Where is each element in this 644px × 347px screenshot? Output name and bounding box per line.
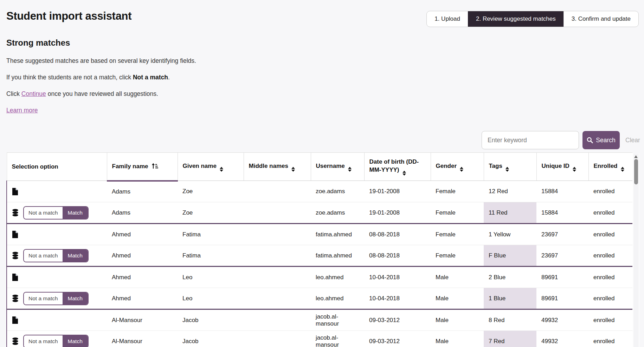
match-button[interactable]: Match: [63, 335, 88, 347]
cell-gender: Male: [431, 267, 484, 288]
cell-tags: 2 Blue: [484, 267, 536, 288]
match-pair: AhmedFatimafatima.ahmed08-08-2018Female1…: [7, 224, 632, 267]
cell-given: Jacob: [178, 331, 244, 347]
search-button-label: Search: [596, 137, 615, 144]
cell-middle: [244, 202, 311, 224]
col-header-given-name[interactable]: Given name: [178, 153, 244, 181]
cell-unique-id: 15884: [536, 181, 588, 202]
cell-selection-option: [7, 181, 107, 202]
match-decision-buttons: Not a matchMatch: [23, 249, 89, 262]
cell-username: zoe.adams: [311, 181, 364, 202]
cell-enrolled: enrolled: [588, 181, 632, 202]
sort-icon: [402, 171, 406, 176]
cell-family: Ahmed: [107, 245, 178, 267]
intro-line-1: These suggested matches are based on sev…: [6, 56, 196, 65]
tab-review-suggested-matches[interactable]: 2. Review suggested matches: [468, 11, 564, 27]
database-icon: [12, 295, 19, 302]
cell-username: leo.ahmed: [311, 288, 364, 309]
not-a-match-button[interactable]: Not a match: [24, 207, 63, 219]
clear-button[interactable]: Clear: [625, 137, 640, 144]
uploaded-student-row: Al-MansourJacobjacob.al-mansour09-03-201…: [7, 309, 632, 331]
cell-tags: 8 Red: [484, 309, 536, 331]
scroll-up-icon[interactable]: [634, 155, 638, 158]
cell-unique-id: 23697: [536, 224, 588, 245]
cell-selection-option: [7, 309, 107, 331]
cell-family: Al-Mansour: [107, 331, 178, 347]
not-a-match-button[interactable]: Not a match: [24, 293, 63, 305]
match-button[interactable]: Match: [63, 293, 88, 305]
cell-selection-option: Not a matchMatch: [7, 288, 107, 309]
col-label: Gender: [436, 163, 457, 169]
col-header-username[interactable]: Username: [311, 153, 364, 181]
database-icon: [12, 338, 19, 345]
existing-student-row: Not a matchMatchAl-MansourJacobjacob.al-…: [7, 331, 632, 347]
intro-line-3: Click Continue once you have reviewed al…: [6, 89, 196, 98]
cell-given: Leo: [178, 288, 244, 309]
matches-table: Selection optionFamily nameGiven nameMid…: [6, 152, 632, 347]
cell-username: fatima.ahmed: [311, 245, 364, 267]
existing-student-row: Not a matchMatchAhmedLeoleo.ahmed10-04-2…: [7, 288, 632, 309]
table-scrollbar[interactable]: [633, 153, 639, 347]
uploaded-student-row: AhmedFatimafatima.ahmed08-08-2018Female1…: [7, 224, 632, 245]
col-header-selection-option: Selection option: [7, 153, 107, 181]
col-header-tags[interactable]: Tags: [484, 153, 536, 181]
uploaded-student-row: AdamsZoezoe.adams19-01-2008Female12 Red1…: [7, 181, 632, 202]
col-label: Given name: [183, 163, 217, 169]
cell-unique-id: 23697: [536, 245, 588, 267]
sort-icon: [505, 167, 509, 172]
sort-icon: [220, 167, 223, 172]
cell-unique-id: 49932: [536, 309, 588, 331]
cell-tags: F Blue: [484, 245, 536, 267]
not-a-match-button[interactable]: Not a match: [24, 250, 63, 262]
col-label: Date of birth (DD-MM-YYYY): [369, 158, 419, 173]
cell-gender: Female: [431, 245, 484, 267]
match-button[interactable]: Match: [63, 250, 88, 262]
col-header-middle-names[interactable]: Middle names: [244, 153, 311, 181]
col-header-date-of-birth-dd-mm-yyyy[interactable]: Date of birth (DD-MM-YYYY): [364, 153, 431, 181]
page-title: Student import assistant: [6, 10, 131, 22]
col-header-enrolled[interactable]: Enrolled: [588, 153, 632, 181]
continue-link[interactable]: Continue: [21, 90, 46, 97]
document-icon: [12, 188, 18, 195]
cell-given: Jacob: [178, 309, 244, 331]
cell-username: zoe.adams: [311, 202, 364, 224]
cell-tags: 1 Blue: [484, 288, 536, 309]
scrollbar-thumb[interactable]: [634, 159, 638, 184]
search-button[interactable]: Search: [582, 131, 620, 149]
col-header-family-name[interactable]: Family name: [107, 153, 178, 181]
cell-unique-id: 49932: [536, 331, 588, 347]
cell-gender: Male: [431, 288, 484, 309]
section-title: Strong matches: [6, 38, 70, 48]
cell-selection-option: [7, 267, 107, 288]
cell-middle: [244, 309, 311, 331]
match-pair: AhmedLeoleo.ahmed10-04-2018Male2 Blue896…: [7, 267, 632, 309]
match-button[interactable]: Match: [63, 207, 88, 219]
cell-selection-option: Not a matchMatch: [7, 245, 107, 267]
cell-enrolled: enrolled: [588, 309, 632, 331]
cell-unique-id: 89691: [536, 288, 588, 309]
cell-gender: Female: [431, 224, 484, 245]
table-header-row: Selection optionFamily nameGiven nameMid…: [7, 153, 632, 181]
col-header-gender[interactable]: Gender: [431, 153, 484, 181]
cell-gender: Male: [431, 309, 484, 331]
not-a-match-button[interactable]: Not a match: [24, 335, 63, 347]
cell-given: Fatima: [178, 245, 244, 267]
cell-given: Leo: [178, 267, 244, 288]
col-header-unique-id[interactable]: Unique ID: [536, 153, 588, 181]
database-icon: [12, 252, 19, 259]
cell-tags: 12 Red: [484, 181, 536, 202]
search-input[interactable]: [482, 131, 579, 149]
cell-middle: [244, 288, 311, 309]
tab-confirm-and-update[interactable]: 3. Confirm and update: [564, 11, 638, 27]
learn-more-link[interactable]: Learn more: [6, 107, 38, 114]
cell-family: Adams: [107, 181, 178, 202]
cell-selection-option: Not a matchMatch: [7, 331, 107, 347]
tab-upload[interactable]: 1. Upload: [427, 11, 468, 27]
cell-gender: Male: [431, 331, 484, 347]
cell-username: leo.ahmed: [311, 267, 364, 288]
col-label: Enrolled: [594, 163, 618, 169]
document-icon: [12, 316, 18, 324]
cell-dob: 10-04-2018: [364, 267, 431, 288]
cell-dob: 09-03-2012: [364, 331, 431, 347]
cell-gender: Female: [431, 181, 484, 202]
